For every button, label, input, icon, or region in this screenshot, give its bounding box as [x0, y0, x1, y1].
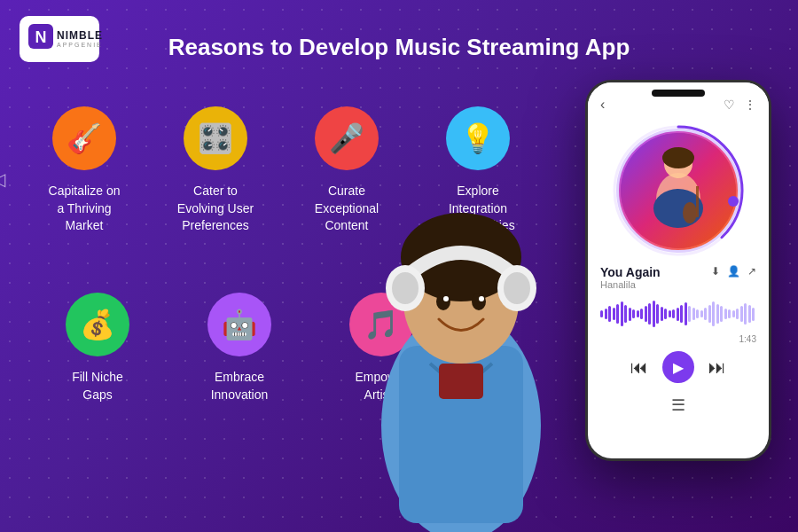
icon-card-fill: 💰Fill Niche Gaps — [44, 293, 151, 403]
song-info: You Again Hanalila — [600, 265, 661, 290]
more-icon[interactable]: ⋮ — [744, 98, 756, 112]
svg-point-19 — [504, 272, 530, 304]
add-user-icon[interactable]: 👤 — [727, 265, 740, 278]
waveform-bar — [700, 310, 703, 317]
playback-controls: ⏮ ▶ ⏭ — [588, 344, 769, 390]
waveform-bar — [669, 310, 671, 317]
waveform — [600, 301, 756, 327]
logo[interactable]: N NIMBLE APPGENIE — [20, 16, 99, 62]
waveform-bar — [688, 306, 691, 322]
waveform-bar — [645, 306, 647, 322]
waveform-bar — [744, 303, 747, 325]
capitalize-icon-circle: 🎸 — [52, 106, 116, 170]
svg-point-17 — [392, 272, 419, 304]
icon-card-cater: 🎛️Cater to Evolving User Preferences — [158, 106, 273, 235]
cater-icon-circle: 🎛️ — [184, 106, 247, 170]
waveform-bar — [661, 307, 663, 321]
album-art-container — [588, 120, 769, 262]
waveform-bar — [624, 305, 627, 323]
embrace-label: Embrace Innovation — [211, 369, 269, 403]
brand-name: NIMBLE — [57, 30, 103, 42]
waveform-bar — [716, 304, 719, 324]
back-icon[interactable]: ‹ — [600, 97, 605, 113]
time-display: 1:43 — [588, 334, 769, 344]
main-container: N NIMBLE APPGENIE Reasons to Develop Mus… — [0, 0, 798, 532]
waveform-bar — [637, 310, 639, 317]
waveform-bar — [640, 309, 643, 319]
page-title: Reasons to Develop Music Streaming App — [168, 34, 630, 61]
logo-icon: N — [28, 24, 53, 54]
waveform-bar — [632, 309, 635, 318]
waveform-bar — [756, 309, 757, 318]
waveform-bar — [680, 305, 683, 323]
svg-point-21 — [472, 293, 486, 310]
waveform-bar — [736, 309, 739, 319]
song-actions: ⬇ 👤 ↗ — [711, 265, 756, 278]
waveform-bar — [677, 308, 679, 321]
download-icon[interactable]: ⬇ — [711, 265, 720, 278]
waveform-bar — [672, 309, 675, 318]
waveform-bar — [752, 308, 755, 321]
waveform-bar — [728, 309, 731, 318]
waveform-bar — [712, 301, 715, 326]
waveform-bar — [685, 302, 687, 325]
speaker-left-icon: ◁◁ — [0, 168, 5, 190]
waveform-bar — [621, 301, 623, 326]
song-info-row: You Again Hanalila ⬇ 👤 ↗ — [588, 262, 769, 293]
phone-mockup: ‹ ♡ ⋮ — [585, 80, 771, 461]
phone-bottom-bar: ☰ — [588, 390, 769, 420]
waveform-bar — [724, 309, 727, 319]
waveform-bar — [629, 308, 631, 321]
phone-header-icons: ♡ ⋮ — [724, 98, 756, 112]
share-icon[interactable]: ↗ — [747, 265, 756, 278]
icon-card-capitalize: 🎸Capitalize on a Thriving Market — [27, 106, 142, 235]
brand-sub: APPGENIE — [57, 42, 103, 49]
waveform-bar — [656, 304, 659, 324]
waveform-container[interactable] — [588, 293, 769, 334]
heart-icon[interactable]: ♡ — [724, 98, 735, 112]
svg-point-11 — [728, 196, 739, 207]
waveform-bar — [600, 310, 603, 317]
waveform-bar — [692, 308, 695, 320]
capitalize-label: Capitalize on a Thriving Market — [49, 183, 121, 235]
waveform-bar — [696, 309, 699, 318]
waveform-bar — [613, 308, 615, 320]
cater-label: Cater to Evolving User Preferences — [177, 183, 254, 235]
current-time: 1:43 — [739, 334, 756, 344]
play-button[interactable]: ▶ — [662, 351, 694, 383]
svg-point-23 — [479, 296, 484, 301]
embrace-icon-circle: 🤖 — [207, 293, 271, 356]
song-artist: Hanalila — [600, 279, 661, 290]
headphone-man — [332, 89, 590, 532]
waveform-bar — [708, 305, 711, 323]
waveform-bar — [732, 310, 735, 317]
waveform-bar — [720, 306, 723, 322]
waveform-bar — [616, 304, 619, 324]
waveform-bar — [648, 303, 651, 325]
fill-icon-circle: 💰 — [66, 293, 129, 356]
icon-card-embrace: 🤖Embrace Innovation — [186, 293, 293, 403]
waveform-bar — [740, 306, 743, 322]
svg-point-20 — [436, 293, 450, 310]
svg-rect-24 — [439, 364, 483, 399]
phone-header: ‹ ♡ ⋮ — [588, 82, 769, 120]
menu-icon[interactable]: ☰ — [671, 395, 685, 415]
waveform-bar — [664, 309, 667, 319]
phone-screen: ‹ ♡ ⋮ — [588, 82, 769, 458]
svg-point-22 — [443, 296, 449, 301]
waveform-bar — [653, 301, 655, 327]
phone-notch — [652, 90, 705, 97]
svg-text:N: N — [35, 28, 47, 46]
waveform-bar — [608, 306, 611, 322]
prev-button[interactable]: ⏮ — [630, 357, 648, 378]
waveform-bar — [748, 305, 751, 323]
waveform-bar — [704, 308, 707, 320]
song-title: You Again — [600, 265, 661, 279]
next-button[interactable]: ⏭ — [708, 357, 726, 378]
logo-text: NIMBLE APPGENIE — [57, 30, 103, 49]
waveform-bar — [605, 309, 607, 319]
fill-label: Fill Niche Gaps — [72, 369, 123, 403]
